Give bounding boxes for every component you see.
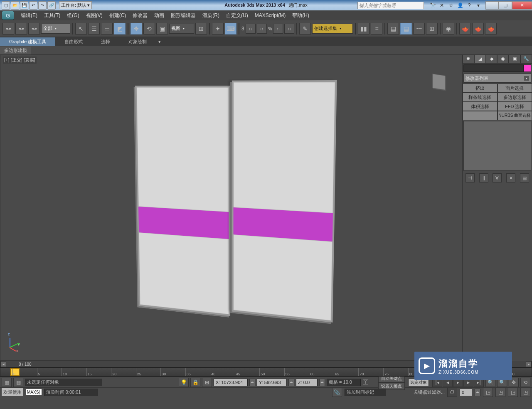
- mod-nurbs-button[interactable]: NURBS 曲面选择: [498, 111, 532, 120]
- remove-mod-icon[interactable]: ✕: [506, 173, 515, 182]
- edit-selection-icon[interactable]: ✎: [299, 23, 311, 34]
- qat-link-icon[interactable]: 🔗: [47, 1, 56, 10]
- tab-hierarchy-icon[interactable]: ◆: [486, 54, 498, 63]
- menu-views[interactable]: 视图(V): [83, 11, 106, 20]
- material-editor-icon[interactable]: ◉: [443, 23, 454, 34]
- move-icon[interactable]: ✥: [131, 23, 142, 34]
- timeline-tick[interactable]: 60: [309, 368, 334, 376]
- timeline-tick[interactable]: 50: [259, 368, 284, 376]
- layers-icon[interactable]: ▤: [387, 23, 399, 34]
- rotate-icon[interactable]: ⟲: [143, 23, 155, 34]
- viewport[interactable]: [+] [正交] [真实] z y x: [0, 54, 462, 361]
- time-config-icon[interactable]: ⏱: [447, 388, 457, 397]
- manipulate-icon[interactable]: ✦: [212, 23, 224, 34]
- render-frame-icon[interactable]: 🫖: [472, 23, 484, 34]
- menu-create[interactable]: 创建(C): [106, 11, 130, 20]
- mod-empty-button[interactable]: [463, 111, 498, 120]
- qat-save-icon[interactable]: 💾: [20, 1, 28, 10]
- ribbon-expand-icon[interactable]: ▾: [156, 38, 169, 46]
- time-tag-icon[interactable]: 📎: [332, 388, 342, 397]
- ribbon-tab-graphite[interactable]: Graphite 建模工具: [0, 37, 55, 46]
- timeline-tick[interactable]: 70: [358, 368, 383, 376]
- modifier-list-dropdown[interactable]: 修改器列表▾: [463, 74, 531, 83]
- bind-icon[interactable]: ⫘: [28, 23, 40, 34]
- menu-help[interactable]: 帮助(H): [289, 11, 313, 20]
- keyboard-shortcut-icon[interactable]: ⌨: [225, 23, 236, 34]
- lock2-icon[interactable]: 🔒: [190, 378, 200, 387]
- exchange-icon[interactable]: ✕: [438, 2, 446, 9]
- coord-x-field[interactable]: X: 10723.904: [214, 379, 248, 386]
- coord-z-field[interactable]: Z: 0.0: [296, 379, 318, 386]
- timeline-tick[interactable]: 25: [136, 368, 161, 376]
- lock-selection-icon[interactable]: ▦: [2, 378, 12, 387]
- nav-orbit-icon[interactable]: ⟲: [520, 378, 530, 387]
- snap-toggle-icon[interactable]: ∩: [246, 24, 256, 34]
- z-spinner[interactable]: ◂▸: [319, 379, 325, 386]
- add-time-marker[interactable]: 添加时间标记: [345, 389, 386, 396]
- mod-volsel-button[interactable]: 体积选择: [463, 102, 498, 111]
- frame-field[interactable]: 0: [460, 389, 472, 396]
- binoculars-icon[interactable]: 🔭: [429, 2, 436, 9]
- menu-edit[interactable]: 编辑(E): [17, 11, 41, 20]
- timeline-tick[interactable]: 20: [111, 368, 136, 376]
- select-name-icon[interactable]: ☰: [88, 23, 100, 34]
- timeline-tick[interactable]: 0: [12, 368, 37, 376]
- star-icon[interactable]: ☆: [447, 2, 455, 9]
- scale-icon[interactable]: ▣: [156, 23, 168, 34]
- timeline-tick[interactable]: 75: [383, 368, 408, 376]
- key-icon[interactable]: ⚿: [362, 378, 375, 387]
- nav-minmax-icon[interactable]: ◳: [520, 388, 530, 397]
- tab-display-icon[interactable]: ▣: [509, 54, 520, 63]
- timeline-tick[interactable]: 10: [62, 368, 86, 376]
- modifier-stack[interactable]: [463, 121, 531, 171]
- ribbon-tab-selection[interactable]: 选择: [92, 37, 119, 46]
- chevron-down-icon[interactable]: ▾: [475, 2, 482, 9]
- scroll-right-icon[interactable]: ▸: [526, 361, 532, 367]
- make-unique-icon[interactable]: ∀: [493, 173, 502, 182]
- menu-customize[interactable]: 自定义(U): [223, 11, 251, 20]
- named-selection-dropdown[interactable]: 创建选择集▾: [312, 24, 353, 34]
- viewport-label[interactable]: [+] [正交] [真实]: [3, 57, 37, 64]
- help-search[interactable]: [357, 2, 424, 9]
- align-icon[interactable]: ≡: [371, 23, 382, 34]
- tab-modify-icon[interactable]: ◢: [474, 54, 486, 63]
- menu-animation[interactable]: 动画: [151, 11, 167, 20]
- schematic-icon[interactable]: ⊞: [426, 23, 438, 34]
- angle-snap-icon[interactable]: ∩: [257, 24, 267, 34]
- door-left-object[interactable]: [135, 86, 230, 316]
- ribbon-tab-freeform[interactable]: 自由形式: [55, 37, 92, 46]
- configure-icon[interactable]: ▤: [520, 173, 529, 182]
- close-button[interactable]: ✕: [512, 1, 532, 10]
- application-button[interactable]: G: [2, 11, 14, 20]
- signin-icon[interactable]: 👤: [456, 2, 464, 9]
- workspace-selector[interactable]: 工作台: 默认 ▾: [59, 1, 92, 9]
- tab-motion-icon[interactable]: ◉: [497, 54, 509, 63]
- nav-region-icon[interactable]: ◳: [495, 388, 505, 397]
- percent-snap-icon[interactable]: ∩: [273, 24, 283, 34]
- help-icon[interactable]: ?: [466, 2, 473, 9]
- unlink-icon[interactable]: ⫘: [15, 23, 27, 34]
- door-right-object[interactable]: [232, 80, 337, 322]
- qat-undo-icon[interactable]: ↶: [29, 1, 37, 10]
- ref-coord-dropdown[interactable]: 视图▾: [169, 24, 194, 34]
- timeline-tick[interactable]: 65: [334, 368, 359, 376]
- key-filter-button[interactable]: 关键点过滤器...: [414, 389, 445, 395]
- timeline-tick[interactable]: 55: [284, 368, 309, 376]
- mod-extrude-button[interactable]: 挤出: [463, 84, 498, 93]
- mod-patchsel-button[interactable]: 面片选择: [498, 84, 532, 93]
- render-icon[interactable]: 🫖: [485, 23, 497, 34]
- timeline-tick[interactable]: 15: [86, 368, 111, 376]
- lock-icon[interactable]: 💡: [179, 378, 189, 387]
- menu-tools[interactable]: 工具(T): [41, 11, 64, 20]
- qat-redo-icon[interactable]: ↷: [38, 1, 47, 10]
- spinner-snap-icon[interactable]: ∩: [284, 24, 294, 34]
- tab-create-icon[interactable]: ✸: [463, 54, 474, 63]
- nav-fov-icon[interactable]: ◳: [483, 388, 493, 397]
- ribbon-tab-paint[interactable]: 对象绘制: [119, 37, 156, 46]
- object-color-swatch[interactable]: [524, 64, 531, 72]
- curve-editor-icon[interactable]: 〰: [413, 23, 425, 34]
- viewcube[interactable]: [424, 67, 453, 96]
- nav-max-icon[interactable]: ◳: [508, 388, 518, 397]
- search-input[interactable]: [357, 2, 424, 9]
- minimize-button[interactable]: —: [485, 1, 499, 10]
